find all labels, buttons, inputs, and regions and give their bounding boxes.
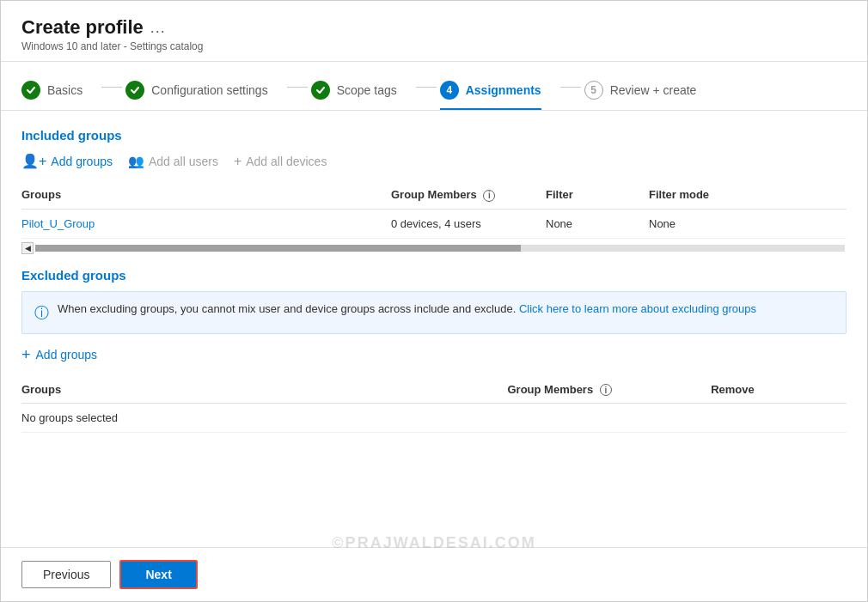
excl-col-header-groups: Groups: [21, 376, 507, 404]
tab-assignments[interactable]: 4 Assignments: [440, 74, 557, 110]
excluded-groups-table: Groups Group Members i Remove No groups …: [21, 376, 847, 434]
tab-configuration[interactable]: Configuration settings: [125, 74, 283, 110]
add-all-devices-button[interactable]: + Add all devices: [234, 152, 327, 171]
included-groups-label: Included groups: [21, 128, 847, 143]
tab-assignments-label: Assignments: [466, 83, 541, 97]
no-groups-row: No groups selected: [21, 404, 847, 433]
no-groups-cell: No groups selected: [21, 404, 847, 433]
tab-separator-2: [287, 87, 308, 88]
col-header-filter: Filter: [546, 181, 649, 209]
previous-button[interactable]: Previous: [21, 561, 111, 588]
group-filter-cell: None: [546, 209, 649, 238]
table-row: Pilot_U_Group 0 devices, 4 users None No…: [21, 209, 847, 238]
page-container: Create profile ... Windows 10 and later …: [0, 0, 868, 602]
col-header-members: Group Members i: [391, 181, 546, 209]
tab-reviewcreate-label: Review + create: [610, 83, 697, 97]
excluded-add-groups-button[interactable]: + Add groups: [21, 346, 97, 364]
add-groups-label: Add groups: [51, 155, 113, 168]
included-groups-actions: 👤+ Add groups 👥 Add all users + Add all …: [21, 151, 847, 171]
info-box: ⓘ When excluding groups, you cannot mix …: [21, 291, 847, 334]
header: Create profile ... Windows 10 and later …: [1, 1, 867, 62]
excluded-groups-label: Excluded groups: [21, 268, 847, 283]
group-name-cell[interactable]: Pilot_U_Group: [21, 209, 391, 238]
page-subtitle: Windows 10 and later - Settings catalog: [21, 40, 847, 52]
tab-separator-1: [101, 87, 122, 88]
tab-basics-check-icon: [21, 81, 40, 100]
add-all-users-label: Add all users: [149, 155, 218, 168]
add-groups-icon: 👤+: [21, 153, 46, 169]
scrollbar-thumb: [35, 245, 521, 252]
add-all-users-button[interactable]: 👥 Add all users: [128, 152, 218, 171]
col-header-groups: Groups: [21, 181, 391, 209]
tab-basics-label: Basics: [47, 83, 83, 97]
excluded-add-groups-plus-icon: +: [21, 346, 31, 364]
wizard-tabs: Basics Configuration settings Scope tags…: [1, 62, 867, 111]
scrollbar-track[interactable]: [35, 245, 845, 252]
tab-scopetags-check-icon: [311, 81, 330, 100]
tab-reviewcreate[interactable]: 5 Review + create: [584, 74, 712, 110]
tab-configuration-check-icon: [125, 81, 144, 100]
tab-scopetags-label: Scope tags: [337, 83, 397, 97]
more-options-icon[interactable]: ...: [150, 19, 166, 37]
add-groups-button[interactable]: 👤+ Add groups: [21, 151, 113, 171]
tab-assignments-num-icon: 4: [440, 81, 459, 100]
info-box-icon: ⓘ: [34, 303, 49, 323]
tab-scopetags[interactable]: Scope tags: [311, 74, 413, 110]
excl-members-info-icon[interactable]: i: [600, 384, 612, 396]
included-groups-table: Groups Group Members i Filter Filter mod…: [21, 181, 847, 239]
excl-col-header-members: Group Members i: [507, 376, 711, 404]
tab-separator-4: [560, 87, 581, 88]
excl-col-header-remove: Remove: [711, 376, 847, 404]
members-info-icon[interactable]: i: [483, 190, 495, 202]
excluded-add-groups-label: Add groups: [36, 348, 98, 362]
scroll-left-icon[interactable]: ◀: [21, 242, 34, 254]
group-members-cell: 0 devices, 4 users: [391, 209, 546, 238]
col-header-filtermode: Filter mode: [649, 181, 847, 209]
info-box-link[interactable]: Click here to learn more about excluding…: [519, 302, 756, 315]
main-content: Included groups 👤+ Add groups 👥 Add all …: [1, 111, 867, 547]
group-filtermode-cell: None: [649, 209, 847, 238]
page-title: Create profile: [21, 16, 144, 39]
tab-basics[interactable]: Basics: [21, 74, 98, 110]
add-all-devices-icon: +: [234, 154, 241, 169]
next-button[interactable]: Next: [119, 560, 197, 589]
tab-configuration-label: Configuration settings: [151, 83, 267, 97]
info-box-text: When excluding groups, you cannot mix us…: [58, 302, 756, 315]
tab-separator-3: [416, 87, 437, 88]
add-all-users-icon: 👥: [128, 154, 144, 169]
footer: Previous Next: [1, 547, 867, 601]
horizontal-scrollbar[interactable]: ◀: [21, 242, 847, 254]
tab-reviewcreate-num-icon: 5: [584, 81, 603, 100]
add-all-devices-label: Add all devices: [246, 155, 327, 168]
